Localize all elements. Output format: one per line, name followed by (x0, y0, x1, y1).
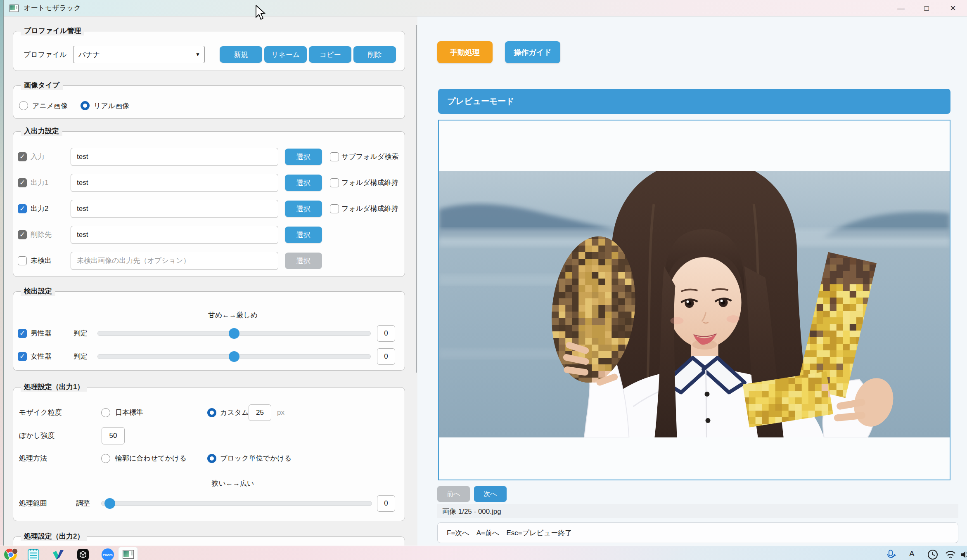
checkbox-delete-dest[interactable] (18, 230, 27, 239)
checkbox-undetected[interactable] (18, 256, 27, 265)
profile-label: プロファイル (24, 51, 66, 59)
profile-rename-button[interactable]: リネーム (264, 46, 307, 63)
profile-select-value: バナナ (78, 50, 100, 59)
radio-anime-label[interactable]: アニメ画像 (32, 102, 68, 110)
female-label: 女性器 (31, 353, 52, 360)
minimize-button[interactable]: — (888, 0, 914, 17)
window-title: オートモザラック (24, 3, 81, 13)
profile-delete-button[interactable]: 削除 (353, 46, 396, 63)
group-processing1: 処理設定（出力1） モザイク粒度 日本標準 カスタム px ぼかし強度 処理方法… (13, 387, 405, 521)
checkbox-output1-label: 出力1 (31, 179, 48, 187)
taskbar-active-app[interactable] (118, 547, 138, 560)
checkbox-undetected-label: 未検出 (31, 257, 52, 265)
group-processing2: 処理設定（出力2） (13, 536, 405, 546)
blur-label: ぼかし強度 (19, 432, 55, 439)
custom-px-field[interactable] (249, 404, 271, 421)
output1-path-field[interactable] (71, 174, 278, 192)
prev-button: 前へ (437, 486, 470, 502)
radio-jp-standard-label[interactable]: 日本標準 (115, 409, 143, 416)
female-checkbox[interactable] (18, 352, 27, 361)
zoom-icon[interactable]: zoom (101, 548, 115, 560)
pane-scrollbar[interactable] (416, 25, 417, 373)
group-profile-label: プロファイル管理 (21, 26, 84, 35)
male-checkbox[interactable] (18, 329, 27, 338)
blur-value-field[interactable] (102, 427, 125, 444)
group-detection: 検出設定 甘め←→厳しめ 男性器 判定 0 女性器 判定 0 (13, 291, 405, 371)
next-button[interactable]: 次へ (474, 486, 507, 502)
group-io: 入出力設定 入力 選択 サブフォルダ検索 出力1 選択 フォルダ構成維持 出力2… (13, 131, 405, 277)
female-threshold-value[interactable]: 0 (377, 348, 395, 365)
keep-structure2-checkbox[interactable] (330, 204, 339, 213)
radio-contour-label[interactable]: 輪郭に合わせてかける (115, 455, 187, 462)
female-judge-label: 判定 (73, 353, 88, 360)
group-image-type: 画像タイプ アニメ画像 リアル画像 (13, 85, 405, 119)
range-adjust-label: 調整 (76, 500, 90, 507)
input-select-button[interactable]: 選択 (285, 149, 322, 165)
preview-photo (439, 171, 950, 437)
output2-path-field[interactable] (71, 200, 278, 218)
group-processing1-label: 処理設定（出力1） (21, 383, 87, 392)
output1-select-button[interactable]: 選択 (285, 175, 322, 191)
file-info-bar: 画像 1/25 - 000.jpg (437, 504, 958, 518)
male-threshold-value[interactable]: 0 (377, 325, 395, 342)
profile-copy-button[interactable]: コピー (309, 46, 351, 63)
radio-anime[interactable] (19, 101, 28, 110)
radio-block-label[interactable]: ブロック単位でかける (220, 455, 292, 462)
radio-contour[interactable] (101, 454, 110, 463)
female-slider-thumb[interactable] (229, 351, 239, 362)
guide-button[interactable]: 操作ガイド (505, 41, 560, 63)
radio-real[interactable] (81, 101, 90, 110)
range-slider-thumb[interactable] (104, 498, 115, 509)
group-image-type-label: 画像タイプ (21, 81, 63, 90)
range-label: 処理範囲 (19, 500, 47, 507)
range-slider[interactable] (101, 501, 372, 506)
app-window: オートモザラック — □ ✕ プロファイル管理 プロファイル バナナ ▼ 新規 … (3, 0, 967, 546)
delete-dest-select-button[interactable]: 選択 (285, 227, 322, 243)
male-threshold-slider[interactable] (97, 331, 371, 336)
checkbox-output2-label: 出力2 (31, 205, 48, 213)
undetected-path-field[interactable] (71, 252, 278, 270)
checkbox-output2[interactable] (18, 204, 27, 213)
radio-real-label[interactable]: リアル画像 (94, 102, 129, 110)
auto-mosaic-app-icon (123, 550, 134, 559)
check-app-icon[interactable] (51, 548, 65, 560)
volume-icon[interactable] (960, 549, 967, 560)
close-button[interactable]: ✕ (940, 0, 966, 17)
manual-process-button[interactable]: 手動処理 (437, 41, 493, 63)
radio-custom[interactable] (207, 408, 216, 417)
male-judge-label: 判定 (73, 330, 88, 337)
subfolder-checkbox[interactable] (330, 152, 339, 161)
notes-app-icon[interactable] (26, 548, 40, 560)
keep-structure2-label: フォルダ構成維持 (341, 205, 398, 213)
chrome-icon[interactable] (4, 548, 18, 560)
clock-icon[interactable] (927, 549, 938, 560)
keep-structure1-checkbox[interactable] (330, 178, 339, 187)
range-scale-label: 狭い←→広い (60, 479, 405, 488)
app-body: プロファイル管理 プロファイル バナナ ▼ 新規 リネーム コピー 削除 画像タ… (4, 17, 967, 546)
maximize-button[interactable]: □ (914, 0, 939, 17)
radio-jp-standard[interactable] (101, 408, 110, 417)
delete-dest-path-field[interactable] (71, 226, 278, 244)
profile-select[interactable]: バナナ ▼ (73, 46, 205, 63)
wifi-icon[interactable] (945, 549, 956, 560)
desktop: { "window": { "title": "オートモザラック", "cont… (0, 0, 967, 560)
radio-block[interactable] (207, 454, 216, 463)
profile-new-button[interactable]: 新規 (220, 46, 262, 63)
cube-app-icon[interactable] (76, 548, 90, 560)
range-value[interactable]: 0 (377, 495, 395, 512)
checkbox-output1[interactable] (18, 178, 27, 187)
mouse-cursor (255, 5, 267, 21)
keep-structure1-label: フォルダ構成維持 (341, 179, 398, 187)
titlebar: オートモザラック — □ ✕ (4, 0, 967, 17)
ime-mode-icon[interactable]: A (909, 549, 915, 558)
male-slider-thumb[interactable] (229, 328, 239, 339)
detection-scale-label: 甘め←→厳しめ (60, 310, 405, 320)
preview-mode-header: プレビューモード (438, 89, 950, 114)
voice-input-icon[interactable] (886, 549, 896, 560)
female-threshold-slider[interactable] (97, 354, 371, 359)
checkbox-input[interactable] (18, 152, 27, 161)
output2-select-button[interactable]: 選択 (285, 201, 322, 217)
male-label: 男性器 (31, 330, 52, 337)
radio-custom-label[interactable]: カスタム (220, 409, 249, 416)
input-path-field[interactable] (71, 148, 278, 166)
